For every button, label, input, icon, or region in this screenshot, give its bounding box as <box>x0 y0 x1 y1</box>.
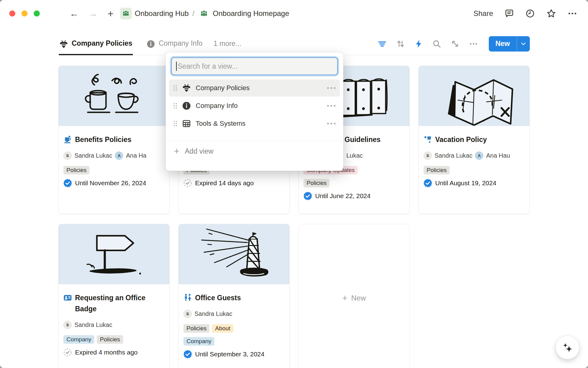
tab-more-views[interactable]: 1 more... <box>213 40 241 48</box>
status-text: Until September 3, 2024 <box>195 351 264 358</box>
card-title-row: Vacation Policy <box>424 134 525 145</box>
new-card-label: New <box>351 294 366 302</box>
favorite-star-icon[interactable] <box>546 9 556 18</box>
add-view-button[interactable]: + Add view <box>169 141 340 161</box>
comments-icon[interactable] <box>505 9 514 18</box>
drag-handle-icon[interactable] <box>173 120 177 127</box>
new-button[interactable]: New <box>489 36 517 52</box>
card-status: Until November 26, 2024 <box>63 179 164 187</box>
history-clock-icon[interactable] <box>526 9 535 18</box>
card-office-guests[interactable]: Office Guests S Sandra Lukac Policies Ab… <box>178 224 290 368</box>
team-icon <box>198 8 210 19</box>
back-arrow-icon[interactable]: ← <box>69 8 79 19</box>
tab-label: Company Info <box>159 39 202 48</box>
minimize-window-button[interactable] <box>21 10 28 17</box>
view-row-menu-icon[interactable] <box>327 87 336 89</box>
search-icon[interactable] <box>432 40 441 48</box>
titlebar: ← → + Onboarding Hub / Onboarding Homepa… <box>0 0 588 27</box>
card-title: Benefits Policies <box>75 134 131 145</box>
vacation-icon <box>424 135 432 144</box>
card-cover-mugs-doodle <box>58 66 169 126</box>
view-toolbar: New <box>378 36 530 52</box>
person-name: Sandra Lukac <box>74 152 112 159</box>
status-text: Until June 22, 2024 <box>315 192 371 200</box>
card-content: Benefits Policies S Sandra Lukac A Ana H… <box>58 126 169 214</box>
close-window-button[interactable] <box>9 10 15 17</box>
view-row-company-info[interactable]: Company Info <box>169 97 340 114</box>
view-row-menu-icon[interactable] <box>327 123 336 125</box>
verified-badge-icon <box>424 179 432 187</box>
plus-icon: + <box>342 293 348 303</box>
avatar: S <box>63 151 72 160</box>
window-controls <box>9 10 40 17</box>
tag-policies: Policies <box>97 335 123 344</box>
share-button[interactable]: Share <box>473 9 493 18</box>
ai-assistant-button[interactable] <box>556 335 579 359</box>
card-people-row: S Sandra Lukac <box>183 309 285 318</box>
expand-icon[interactable] <box>451 40 459 48</box>
filter-icon[interactable] <box>378 40 386 48</box>
tag-company: Company <box>183 337 214 346</box>
more-options-icon[interactable] <box>568 9 577 18</box>
card-cover-signpost-doodle <box>58 224 169 284</box>
card-tags: Policies <box>424 166 525 174</box>
verified-badge-icon <box>63 179 72 187</box>
card-cover-map-doodle <box>419 66 530 126</box>
view-options-icon[interactable] <box>469 40 478 48</box>
forward-arrow-icon[interactable]: → <box>88 8 98 19</box>
tag-policies: Policies <box>424 166 450 174</box>
add-view-label: Add view <box>185 147 213 155</box>
avatar: S <box>63 321 72 329</box>
view-search-input[interactable]: Search for a view... <box>171 57 338 75</box>
new-card-button[interactable]: + New <box>298 224 410 368</box>
view-row-menu-icon[interactable] <box>327 105 336 107</box>
automations-lightning-icon[interactable] <box>415 40 423 48</box>
bee-icon <box>182 84 191 92</box>
card-requesting-office-badge[interactable]: Requesting an Office Badge S Sandra Luka… <box>58 224 170 368</box>
app-window: ← → + Onboarding Hub / Onboarding Homepa… <box>0 0 588 368</box>
view-row-company-policies[interactable]: Company Policies <box>169 79 340 97</box>
drag-handle-icon[interactable] <box>173 102 177 109</box>
verified-badge-icon <box>183 350 192 358</box>
view-row-tools-systems[interactable]: Tools & Systems <box>169 115 340 132</box>
tab-company-policies[interactable]: Company Policies <box>59 33 133 55</box>
sidebar-menu-icon[interactable] <box>50 10 60 17</box>
card-status: Expired 4 months ago <box>63 348 164 357</box>
status-text: Expired 4 months ago <box>75 349 138 356</box>
person-name: Sandra Lukac <box>74 321 112 328</box>
tab-company-info[interactable]: Company Info <box>146 33 203 55</box>
card-vacation-policy[interactable]: Vacation Policy S Sandra Lukac A Ana Hau… <box>418 66 530 214</box>
text-caret <box>176 62 177 71</box>
tab-label: Company Policies <box>72 39 132 48</box>
info-icon <box>146 40 155 48</box>
plus-icon: + <box>174 146 179 156</box>
card-tags: Company Policies <box>63 335 164 344</box>
new-page-icon[interactable]: + <box>106 8 115 20</box>
tag-company: Company <box>63 335 94 344</box>
drag-handle-icon[interactable] <box>173 85 177 91</box>
card-people-row: S Sandra Lukac A Ana Ha <box>63 151 164 160</box>
chevron-down-icon <box>521 42 526 45</box>
view-tab-bar: Company Policies Company Info 1 more... <box>59 33 530 55</box>
bee-icon <box>59 40 68 48</box>
card-title-row: Office Guests <box>183 292 285 303</box>
new-button-dropdown[interactable] <box>517 36 530 52</box>
sort-icon[interactable] <box>396 40 405 48</box>
zoom-window-button[interactable] <box>34 10 40 17</box>
card-title: Office Guests <box>195 292 241 303</box>
coffee-mug-icon <box>63 135 72 144</box>
person-name: Ana Ha <box>126 152 146 159</box>
expired-check-icon <box>183 179 192 187</box>
card-title-row: Requesting an Office Badge <box>63 292 164 314</box>
breadcrumb-item-hub[interactable]: Onboarding Hub <box>120 8 189 19</box>
view-label: Company Info <box>196 102 322 110</box>
card-benefits-policies[interactable]: Benefits Policies S Sandra Lukac A Ana H… <box>58 66 170 214</box>
breadcrumb-item-homepage[interactable]: Onboarding Homepage <box>198 8 289 19</box>
info-icon <box>182 102 191 110</box>
expired-check-icon <box>63 348 72 357</box>
card-status: Until August 19, 2024 <box>424 179 525 187</box>
status-text: Until August 19, 2024 <box>435 179 496 187</box>
card-tags: Policies <box>63 166 164 174</box>
status-text: Until November 26, 2024 <box>75 179 146 187</box>
view-label: Company Policies <box>196 84 322 92</box>
